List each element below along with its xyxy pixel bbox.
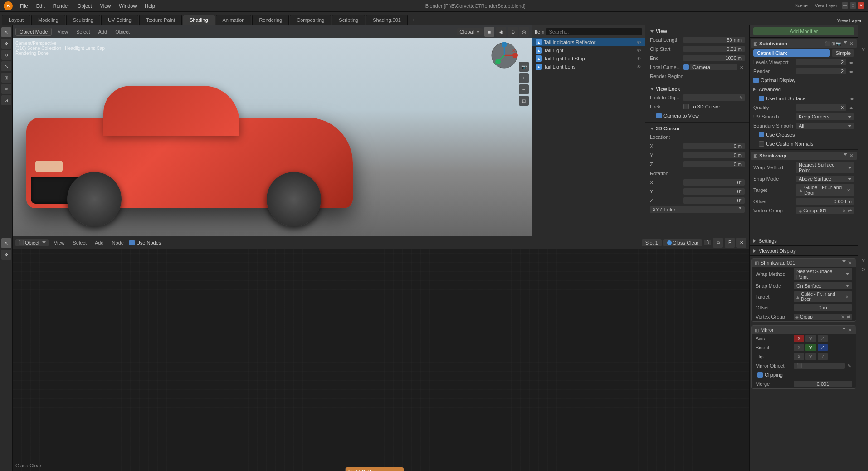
catmull-clark-btn[interactable]: Catmull-Clark: [753, 49, 830, 57]
custom-normals-checkbox[interactable]: [759, 141, 764, 147]
transform-tool-button[interactable]: ⊞: [1, 73, 11, 83]
sw001-vg-field[interactable]: ◈ Group ✕ ⇄: [794, 314, 852, 320]
mirror-remove[interactable]: ✕: [847, 328, 853, 333]
tool-icon-b[interactable]: T: [859, 247, 868, 255]
sw001-offset-value[interactable]: 0 m: [794, 304, 852, 311]
viewport-shading-render[interactable]: ◉: [496, 27, 506, 37]
object-mode-dropdown[interactable]: Object Mode: [15, 28, 52, 36]
levels-viewport-value[interactable]: 2: [796, 59, 846, 65]
use-nodes-checkbox[interactable]: [129, 240, 135, 245]
view-icon[interactable]: V: [859, 45, 868, 54]
add-modifier-button[interactable]: Add Modifier: [753, 27, 854, 35]
creases-checkbox[interactable]: [759, 132, 764, 137]
sw001-wrap-method-dropdown[interactable]: Nearest Surface Point: [794, 268, 852, 280]
outliner-item-tail-light[interactable]: ▲ Tail Light 👁: [532, 46, 645, 54]
3d-cursor-title[interactable]: 3D Cursor: [645, 124, 749, 132]
sw001-target-x[interactable]: ✕: [844, 294, 850, 299]
menu-help[interactable]: Help: [141, 2, 159, 10]
node-select-button[interactable]: ↖: [1, 238, 11, 248]
scale-tool-button[interactable]: ⤡: [1, 61, 11, 71]
lock-obj-field[interactable]: ✎: [683, 94, 745, 101]
rotate-tool-button[interactable]: ↻: [1, 50, 11, 60]
light-path-node[interactable]: Light Path Is Camera Ray Is Shadow Ray I…: [345, 467, 404, 471]
cursor-x-value[interactable]: 0 m: [683, 143, 745, 149]
tab-compositing[interactable]: Compositing: [290, 15, 331, 25]
sw001-remove[interactable]: ✕: [847, 260, 853, 265]
viewport-gizmo[interactable]: X Y Z: [491, 42, 518, 69]
sw001-vg-x[interactable]: ✕: [839, 314, 846, 319]
viewport-area[interactable]: Object Mode View Select Add Object Globa…: [13, 25, 532, 236]
rot-x-value[interactable]: 0°: [683, 179, 745, 186]
tab-layout[interactable]: Layout: [2, 15, 30, 25]
axis-z-button[interactable]: Z: [818, 335, 828, 342]
node-copy-button[interactable]: ⧉: [713, 238, 723, 248]
use-nodes-toggle[interactable]: Use Nodes: [129, 240, 161, 245]
annotate-button[interactable]: ✏: [1, 84, 11, 94]
zoom-fit-button[interactable]: ⊡: [519, 96, 529, 106]
view-menu[interactable]: View: [54, 28, 71, 35]
outliner-search-input[interactable]: [546, 28, 642, 35]
eye-icon-1[interactable]: 👁: [637, 48, 641, 53]
sw-snap-mode-dropdown[interactable]: Above Surface: [796, 176, 854, 182]
viewport-display-header[interactable]: Viewport Display: [750, 246, 858, 256]
use-custom-normals-toggle[interactable]: Use Custom Normals: [759, 141, 814, 147]
item-icon-b[interactable]: I: [859, 238, 868, 246]
camera-view-button[interactable]: 📷: [519, 62, 529, 72]
limit-surface-checkbox[interactable]: [759, 96, 764, 101]
rot-z-value[interactable]: 0°: [683, 197, 745, 204]
sw-target-field[interactable]: ▲ Guide - Fr...r and Door ✕: [796, 184, 854, 196]
quality-value[interactable]: 3: [796, 104, 846, 111]
node-select-menu[interactable]: Select: [70, 239, 89, 246]
tab-shading-001[interactable]: Shading.001: [366, 15, 408, 25]
bisect-y-button[interactable]: Y: [805, 344, 816, 351]
view-section-title[interactable]: View: [645, 27, 749, 35]
axis-x-button[interactable]: X: [794, 335, 804, 342]
move-tool-button[interactable]: ✥: [1, 39, 11, 49]
sw001-target-field[interactable]: ▲ Guide - Fr...r and Door ✕: [794, 291, 852, 302]
focal-length-value[interactable]: 50 mm: [683, 37, 745, 43]
optimal-display-toggle[interactable]: Optimal Display: [753, 78, 795, 83]
sw-target-x[interactable]: ✕: [845, 188, 852, 193]
node-view-menu[interactable]: View: [51, 239, 68, 246]
tab-modeling[interactable]: Modeling: [31, 15, 65, 25]
flip-z-button[interactable]: Z: [818, 353, 828, 360]
cursor-z-value[interactable]: 0 m: [683, 161, 745, 167]
local-cam-checkbox[interactable]: [683, 64, 689, 70]
uv-smooth-dropdown[interactable]: Keep Corners: [796, 113, 854, 120]
settings-header[interactable]: Settings: [750, 236, 858, 246]
xray-toggle[interactable]: ◎: [519, 27, 529, 37]
tool-icon[interactable]: T: [859, 36, 868, 44]
options-icon[interactable]: O: [859, 265, 868, 274]
viewport-shading-solid[interactable]: ■: [484, 27, 494, 37]
object-menu[interactable]: Object: [112, 28, 132, 35]
subdivision-remove-button[interactable]: ✕: [848, 41, 854, 46]
node-add-menu[interactable]: Add: [92, 239, 107, 246]
view-icon-b[interactable]: V: [859, 256, 868, 265]
camera-x-button[interactable]: ✕: [738, 65, 745, 70]
maximize-button[interactable]: □: [850, 2, 856, 9]
tab-sculpting[interactable]: Sculpting: [66, 15, 100, 25]
tab-animation[interactable]: Animation: [216, 15, 252, 25]
clipping-checkbox[interactable]: [757, 372, 763, 378]
menu-view[interactable]: View: [97, 2, 115, 10]
overlay-toggle[interactable]: ⊙: [508, 27, 518, 37]
tab-scripting[interactable]: Scripting: [332, 15, 365, 25]
menu-object[interactable]: Object: [74, 2, 96, 10]
simple-btn[interactable]: Simple: [832, 49, 854, 57]
eye-icon-2[interactable]: 👁: [637, 56, 641, 61]
mirror-object-field[interactable]: ⬛: [794, 363, 845, 369]
sw-wrap-method-dropdown[interactable]: Nearest Surface Point: [796, 162, 854, 173]
add-menu[interactable]: Add: [96, 28, 110, 35]
menu-file[interactable]: File: [16, 2, 32, 10]
tab-rendering[interactable]: Rendering: [252, 15, 289, 25]
to-3d-cursor-toggle[interactable]: To 3D Cursor: [683, 104, 720, 109]
menu-render[interactable]: Render: [49, 2, 73, 10]
shrinkwrap-001-header[interactable]: ◧ Shrinkwrap.001 ✕: [752, 259, 856, 267]
menu-edit[interactable]: Edit: [33, 2, 49, 10]
node-node-menu[interactable]: Node: [109, 239, 127, 246]
flip-y-button[interactable]: Y: [805, 353, 816, 360]
optimal-display-checkbox[interactable]: [753, 78, 759, 83]
eye-icon-0[interactable]: 👁: [637, 40, 641, 45]
subdivision-title[interactable]: ◧ Subdivision ⬛ ⊞ 📷 ✕: [751, 39, 857, 48]
tab-add-button[interactable]: +: [409, 15, 419, 25]
